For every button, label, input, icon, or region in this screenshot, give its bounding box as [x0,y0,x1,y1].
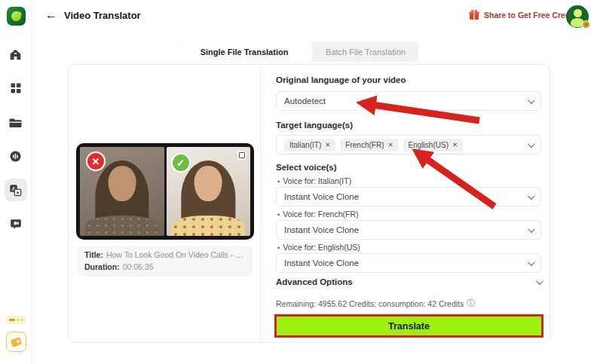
chevron-down-icon [528,225,535,233]
voice-for-italian-label: •Voice for: Italian(IT) [277,176,351,185]
apps-grid-icon [10,82,22,94]
language-tag-italian: Italian(IT) ✕ [284,139,335,151]
picture-in-picture-icon [237,151,246,160]
original-language-label: Original language of your video [276,75,406,84]
translation-mode-tabs: Single File Translation Batch File Trans… [176,41,418,62]
chevron-down-icon [528,96,535,104]
video-title-value: How To Look Good On Video Calls - Zoom, … [106,249,246,262]
folder-icon [9,116,22,129]
voice-select-italian[interactable]: Instant Voice Clone [276,187,541,206]
annotation-highlight: Translate [274,314,543,338]
language-tag-french: French(FR) ✕ [340,139,398,151]
voice-for-english-label: •Voice for: English(US) [277,243,360,252]
video-duration-row: Duration: 00:06:35 [84,262,246,274]
video-thumbnail[interactable]: ✕ ✓ [76,143,254,240]
rewards-button[interactable] [6,332,26,352]
wallet-icon [11,337,22,347]
check-mark-icon: ✓ [171,153,191,173]
voice-value: Instant Voice Clone [284,192,528,201]
video-translate-icon: A [9,184,22,197]
home-icon [9,48,22,61]
target-language-select[interactable]: Italian(IT) ✕ French(FR) ✕ English(US) ✕ [276,135,541,154]
translate-button[interactable]: Translate [277,317,541,335]
voice-audio-icon [9,150,22,163]
avatar-person-icon [574,9,582,17]
voice-select-english[interactable]: Instant Voice Clone [276,253,541,273]
language-tag-label: English(US) [409,141,449,149]
remove-tag-icon[interactable]: ✕ [452,141,458,148]
membership-badge-icon [582,20,590,29]
share-link-label: Share to Get Free Credits [484,11,580,20]
sidebar-item-home[interactable] [5,43,27,66]
chevron-down-icon [528,192,535,200]
video-info-box: Title: How To Look Good On Video Calls -… [78,246,253,277]
user-avatar[interactable] [566,5,589,28]
sidebar-item-video-translator[interactable]: A [5,179,27,201]
gift-icon [468,9,480,20]
thumbnail-left-half: ✕ [80,147,164,236]
app-logo[interactable] [7,7,26,26]
video-preview-pane: ✕ ✓ Title: How To Look Good On Video Cal… [69,65,261,342]
voice-for-french-label: •Voice for: French(FR) [277,210,359,219]
share-free-credits-link[interactable]: Share to Get Free Credits [468,9,580,20]
video-title-row: Title: How To Look Good On Video Calls -… [84,249,246,262]
language-tag-label: French(FR) [345,141,384,149]
advanced-options-label: Advanced Options [276,277,353,286]
credits-badge[interactable] [5,316,26,324]
chevron-down-icon [536,277,543,285]
chevron-down-icon [528,140,535,148]
video-duration-value: 00:06:35 [123,262,154,274]
back-button[interactable]: ← [45,8,57,22]
leaf-icon [11,11,22,22]
x-mark-icon: ✕ [86,151,106,171]
sidebar: A [0,0,32,364]
voice-value: Instant Voice Clone [284,258,528,268]
remove-tag-icon[interactable]: ✕ [325,141,330,148]
info-icon[interactable]: ⓘ [467,298,475,309]
translation-form: Original language of your video Autodete… [276,65,541,342]
select-voice-label: Select voice(s) [276,163,337,172]
sidebar-item-apps[interactable] [5,77,27,99]
sidebar-item-voice[interactable] [5,145,27,167]
page-title: Video Translator [64,10,141,21]
voice-select-french[interactable]: Instant Voice Clone [276,220,541,240]
thumbnail-right-half: ✓ [167,147,251,236]
sidebar-item-chat[interactable] [5,213,27,235]
remove-tag-icon[interactable]: ✕ [387,141,393,148]
chevron-down-icon [528,258,535,266]
credits-text: Remaining: 4955.62 Credits; consumption:… [276,299,464,308]
translator-card: ✕ ✓ Title: How To Look Good On Video Cal… [68,64,550,343]
video-duration-label: Duration: [84,262,120,274]
voice-value: Instant Voice Clone [284,225,528,234]
tab-batch-file-translation[interactable]: Batch File Translation [313,41,418,62]
target-language-label: Target language(s) [276,121,353,130]
advanced-options-toggle[interactable]: Advanced Options [276,277,541,286]
original-language-value: Autodetect [284,96,528,106]
coin-icon [9,319,15,321]
language-tag-label: Italian(IT) [289,141,321,149]
language-tag-english: English(US) ✕ [403,139,463,151]
video-title-label: Title: [84,249,103,262]
sidebar-item-files[interactable] [5,111,27,133]
tab-single-file-translation[interactable]: Single File Translation [176,41,313,62]
chat-video-icon [9,218,22,231]
original-language-select[interactable]: Autodetect [276,91,541,111]
credits-summary: Remaining: 4955.62 Credits; consumption:… [276,298,475,309]
